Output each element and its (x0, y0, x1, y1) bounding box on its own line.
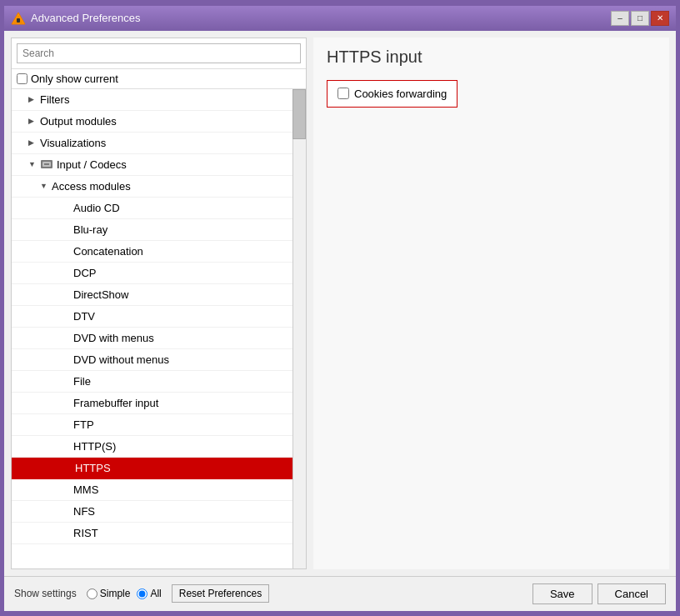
radio-simple-input[interactable] (87, 588, 98, 599)
tree-label-visualizations: Visualizations (40, 137, 106, 149)
tree-item-audio-cd[interactable]: Audio CD (12, 198, 306, 219)
save-button[interactable]: Save (532, 583, 592, 604)
tree-item-framebuffer-input[interactable]: Framebuffer input (12, 393, 306, 414)
scrollbar-track[interactable] (292, 89, 306, 568)
bottom-right: Save Cancel (532, 583, 666, 604)
cancel-button[interactable]: Cancel (598, 583, 666, 604)
tree-item-output-modules[interactable]: ▶ Output modules (12, 111, 306, 133)
tree-item-access-modules[interactable]: ▼ Access modules (12, 176, 306, 198)
arrow-access-modules: ▼ (40, 182, 52, 190)
title-bar: Advanced Preferences – □ ✕ (4, 6, 676, 31)
arrow-filters: ▶ (28, 95, 40, 103)
tree-item-dcp[interactable]: DCP (12, 263, 306, 284)
tree-item-dvd-without-menus[interactable]: DVD without menus (12, 349, 306, 371)
content-panel: HTTPS input Cookies forwarding (313, 38, 669, 569)
tree-item-input-codecs[interactable]: ▼ Input / Codecs (12, 154, 306, 176)
only-show-row: Only show current (12, 69, 306, 89)
vlc-icon (11, 11, 26, 26)
tree-item-dvd-with-menus[interactable]: DVD with menus (12, 328, 306, 349)
radio-simple: Simple (87, 588, 131, 599)
tree-item-filters[interactable]: ▶ Filters (12, 89, 306, 111)
tree-label-output-modules: Output modules (40, 115, 117, 128)
radio-all: All (137, 588, 161, 599)
tree-label-input-codecs: Input / Codecs (57, 158, 127, 171)
tree-label-nfs: NFS (73, 505, 95, 518)
tree-label-audio-cd: Audio CD (73, 202, 120, 214)
tree-item-nfs[interactable]: NFS (12, 501, 306, 523)
tree-label-file: File (73, 375, 91, 388)
tree-area: ▶ Filters ▶ Output modules ▶ Visualizati… (12, 89, 306, 568)
bottom-left: Show settings Simple All Reset Preferenc… (14, 584, 269, 603)
tree-item-blu-ray[interactable]: Blu-ray (12, 219, 306, 241)
content-title: HTTPS input (327, 48, 656, 67)
maximize-button[interactable]: □ (631, 11, 649, 26)
only-show-current-checkbox[interactable] (17, 73, 28, 84)
tree-item-rist[interactable]: RIST (12, 523, 306, 544)
tree-label-blu-ray: Blu-ray (73, 223, 108, 236)
main-window: Advanced Preferences – □ ✕ Only show cur… (2, 4, 678, 613)
tree-item-concatenation[interactable]: Concatenation (12, 241, 306, 263)
tree-item-https-s[interactable]: HTTP(S) (12, 436, 306, 458)
tree-label-https: HTTPS (75, 462, 111, 474)
cookies-forwarding-label: Cookies forwarding (354, 88, 447, 100)
tree-label-concatenation: Concatenation (73, 245, 143, 258)
arrow-input-codecs: ▼ (28, 160, 40, 168)
radio-group: Simple All (87, 588, 162, 599)
bottom-bar: Show settings Simple All Reset Preferenc… (4, 576, 676, 611)
tree-label-dcp: DCP (73, 267, 96, 279)
tree-label-https-s: HTTP(S) (73, 440, 116, 453)
window-title: Advanced Preferences (31, 12, 141, 24)
tree-item-directshow[interactable]: DirectShow (12, 284, 306, 306)
radio-all-input[interactable] (137, 588, 148, 599)
svg-rect-2 (17, 18, 20, 23)
tree-item-mms[interactable]: MMS (12, 479, 306, 501)
tree-item-dtv[interactable]: DTV (12, 306, 306, 328)
tree-label-framebuffer-input: Framebuffer input (73, 397, 158, 409)
only-show-current-label: Only show current (31, 73, 118, 85)
reset-preferences-button[interactable]: Reset Preferences (172, 584, 269, 603)
cookies-forwarding-group: Cookies forwarding (327, 80, 458, 108)
main-area: Only show current ▶ Filters ▶ Output mod… (4, 31, 676, 576)
window-content: Only show current ▶ Filters ▶ Output mod… (4, 31, 676, 611)
tree-label-mms: MMS (73, 483, 98, 496)
scrollbar-thumb[interactable] (292, 89, 306, 139)
arrow-visualizations: ▶ (28, 138, 40, 147)
title-bar-controls: – □ ✕ (611, 11, 669, 26)
title-bar-left: Advanced Preferences (11, 11, 141, 26)
tree-item-file[interactable]: File (12, 371, 306, 393)
tree-label-filters: Filters (40, 93, 69, 106)
tree-label-access-modules: Access modules (52, 180, 131, 193)
tree-label-directshow: DirectShow (73, 288, 128, 301)
tree-item-ftp[interactable]: FTP (12, 414, 306, 436)
radio-simple-label: Simple (100, 588, 131, 599)
tree-item-visualizations[interactable]: ▶ Visualizations (12, 133, 306, 154)
tree-label-dtv: DTV (73, 310, 95, 323)
search-box (12, 38, 306, 69)
radio-all-label: All (150, 588, 161, 599)
tree-item-https[interactable]: HTTPS (12, 458, 306, 479)
svg-rect-5 (44, 163, 49, 165)
arrow-output-modules: ▶ (28, 117, 40, 125)
minimize-button[interactable]: – (611, 11, 629, 26)
sidebar: Only show current ▶ Filters ▶ Output mod… (11, 38, 307, 569)
tree-label-ftp: FTP (73, 418, 94, 431)
search-input[interactable] (17, 43, 301, 63)
show-settings-label: Show settings (14, 588, 77, 599)
close-button[interactable]: ✕ (651, 11, 669, 26)
cookies-forwarding-checkbox[interactable] (338, 88, 349, 99)
input-codecs-icon (40, 158, 53, 171)
tree-label-rist: RIST (73, 527, 98, 539)
tree-label-dvd-with-menus: DVD with menus (73, 332, 154, 344)
tree-label-dvd-without-menus: DVD without menus (73, 353, 169, 366)
